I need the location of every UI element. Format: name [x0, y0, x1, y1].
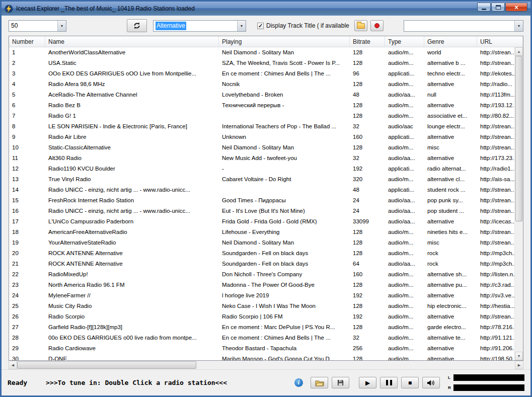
horizontal-scrollbar-thumb[interactable] — [17, 361, 196, 369]
save-button[interactable] — [332, 377, 349, 388]
table-row[interactable]: 5AceRadio-The Alternative ChannelLovelyt… — [9, 90, 514, 100]
info-icon[interactable]: i — [294, 378, 303, 387]
open-button[interactable] — [311, 377, 328, 388]
left-channel-meter: L — [448, 374, 524, 381]
cell-genre: misc — [424, 142, 477, 153]
titlebar[interactable]: Icecast Explorer _The best of Music_ 104… — [2, 2, 530, 16]
chevron-down-icon: ▼ — [57, 21, 66, 31]
window-title: Icecast Explorer _The best of Music_ 104… — [16, 5, 195, 12]
cell-num: 23 — [9, 280, 45, 290]
cell-name: Alt360 Radio — [45, 153, 219, 164]
cell-type: audio/aa... — [385, 90, 424, 100]
scroll-right-arrow[interactable]: ▶ — [515, 361, 523, 369]
table-row[interactable]: 27Garfield Radio-[f][128k][mp3]En ce mom… — [9, 322, 514, 333]
cell-playing: - — [219, 164, 350, 174]
cell-type: audio/m... — [385, 79, 424, 90]
horizontal-scrollbar[interactable]: ◀ ▶ — [9, 361, 523, 369]
app-window: Icecast Explorer _The best of Music_ 104… — [0, 0, 532, 397]
checkbox-label: Display Track Title ( if available — [266, 22, 349, 29]
table-row[interactable]: 2USA.StaticSZA, The Weeknd, Travis Scott… — [9, 58, 514, 68]
table-row[interactable]: 12Radio1190 KVCU Boulder-192applicati...… — [9, 164, 514, 174]
table-row[interactable]: 3OOo EKO DES GARRIGUES oOO Live from Mon… — [9, 68, 514, 79]
cell-type: audio/m... — [385, 227, 424, 237]
refresh-button[interactable] — [127, 19, 147, 32]
cell-genre: radio alternat... — [424, 164, 477, 174]
table-row[interactable]: 13True Vinyl RadioCabaret Voltaire - Do … — [9, 174, 514, 185]
cell-num: 21 — [9, 259, 45, 269]
table-row[interactable]: 17L'UniCo Campusradio PaderbornFrida Gol… — [9, 216, 514, 227]
column-header-genre[interactable]: Genre — [424, 36, 477, 47]
table-row[interactable]: 30D-ONEMarilyn Manson - God's Gonna Cut … — [9, 354, 514, 360]
genre-input[interactable]: Alternative — [154, 21, 237, 31]
play-button[interactable]: ▶ — [359, 377, 376, 388]
cell-bitrate: 192 — [350, 311, 385, 322]
column-header-playing[interactable]: Playing — [219, 36, 350, 47]
close-button[interactable]: × — [505, 3, 527, 12]
cell-type: audio/m... — [385, 58, 424, 68]
vertical-scrollbar-track[interactable] — [515, 56, 523, 352]
table-row[interactable]: 21ROCK ANTENNE AlternativeSoundgarden - … — [9, 259, 514, 269]
cell-name: Radio G! 1 — [45, 111, 219, 121]
cell-name: Radio Air Libre — [45, 132, 219, 142]
table-row[interactable]: 23North America Radio 96.1 FMMadonna - T… — [9, 280, 514, 290]
table-row[interactable]: 14Radio UNiCC - einzig, nicht artig ... … — [9, 185, 514, 195]
volume-button[interactable] — [422, 377, 440, 388]
scroll-down-arrow[interactable]: ▼ — [515, 352, 523, 360]
stop-button[interactable]: ■ — [401, 377, 419, 388]
column-header-type[interactable]: Type — [385, 36, 424, 47]
table-row[interactable]: 6Radio Bez BТехнический перерыв -128audi… — [9, 100, 514, 111]
table-header: Number Name Playing Bitrate Type Genre U… — [9, 36, 523, 47]
vertical-scrollbar[interactable]: ▲ ▼ — [514, 47, 523, 360]
genre-combobox[interactable]: Alternative ▼ — [153, 20, 246, 32]
scroll-up-arrow[interactable]: ▲ — [515, 47, 523, 56]
cell-num: 16 — [9, 206, 45, 216]
table-row[interactable]: 7Radio G! 1128audio/m...associative et..… — [9, 111, 514, 121]
table-row[interactable]: 2800o EKO DES GARRIGUES o00 live radio f… — [9, 333, 514, 343]
cell-type: audio/m... — [385, 237, 424, 248]
column-header-url[interactable]: URL — [477, 36, 523, 47]
cell-url: http://strean... — [477, 195, 514, 206]
stop-icon: ■ — [408, 379, 412, 386]
cell-genre: alternative — [424, 290, 477, 301]
table-row[interactable]: 25Music City RadioNeko Case - I Wish I W… — [9, 301, 514, 311]
table-row[interactable]: 16Radio UNiCC - einzig, nicht artig ... … — [9, 206, 514, 216]
cell-url: http://strean... — [477, 58, 514, 68]
table-row[interactable]: 24MyleneFarmer //l horloge live 2019192a… — [9, 290, 514, 301]
cell-playing: Neil Diamond - Solitary Man — [219, 142, 350, 153]
vertical-scrollbar-thumb[interactable] — [515, 56, 522, 221]
table-row[interactable]: 15FreshRock Internet Radio StationGood T… — [9, 195, 514, 206]
table-row[interactable]: 1AnotherWorldClassAlternativeNeil Diamon… — [9, 47, 514, 58]
minimize-icon — [482, 9, 486, 10]
table-row[interactable]: 18AmericanFreeAlternativeRadioLifehouse … — [9, 227, 514, 237]
table-row[interactable]: 22RadioMixedUp!Don Nicholl - Three's Com… — [9, 269, 514, 280]
table-row[interactable]: 9Radio Air LibreUnknown160applicati...al… — [9, 132, 514, 142]
table-row[interactable]: 20ROCK ANTENNE AlternativeSoundgarden - … — [9, 248, 514, 259]
cell-name: Radio UNiCC - einzig, nicht artig ... - … — [45, 185, 219, 195]
right-meter-bar — [453, 384, 524, 391]
column-header-number[interactable]: Number — [9, 36, 45, 47]
maximize-button[interactable] — [491, 3, 505, 12]
pause-button[interactable] — [380, 377, 398, 388]
cell-name: USA.Static — [45, 58, 219, 68]
column-header-name[interactable]: Name — [45, 36, 219, 47]
table-row[interactable]: 26Radio ScorpioRadio Scorpio | 106 FM192… — [9, 311, 514, 322]
horizontal-scrollbar-track[interactable] — [17, 361, 515, 369]
cell-playing: SZA, The Weeknd, Travis Scott - Power Is… — [219, 58, 350, 68]
column-header-bitrate[interactable]: Bitrate — [350, 36, 385, 47]
export-folder-button[interactable] — [354, 20, 367, 31]
play-icon: ▶ — [365, 379, 370, 386]
table-row[interactable]: 11Alt360 RadioNew Music Add - twofeet-yo… — [9, 153, 514, 164]
table-row[interactable]: 19YourAlternativeStateRadioNeil Diamond … — [9, 237, 514, 248]
station-dropdown[interactable]: ▼ — [404, 20, 523, 32]
record-button[interactable] — [370, 20, 384, 31]
display-track-title-checkbox[interactable]: ✓ Display Track Title ( if available — [257, 22, 349, 29]
table-row[interactable]: 8LE SON PARISIEN - Indie & Electronic [P… — [9, 121, 514, 132]
minimize-button[interactable] — [477, 3, 491, 12]
table-row[interactable]: 29Radio CardiowaveTheodor Bastard - Tapa… — [9, 343, 514, 354]
table-body: 1AnotherWorldClassAlternativeNeil Diamon… — [9, 47, 514, 360]
cell-url: http://mp3ch... — [477, 248, 514, 259]
results-limit-dropdown[interactable]: 50 ▼ — [9, 20, 66, 32]
table-row[interactable]: 10Static-ClassicAlternativeNeil Diamond … — [9, 142, 514, 153]
scroll-left-arrow[interactable]: ◀ — [9, 361, 17, 369]
table-row[interactable]: 4Radio Afera 98,6 MHzNocnik128audio/m...… — [9, 79, 514, 90]
